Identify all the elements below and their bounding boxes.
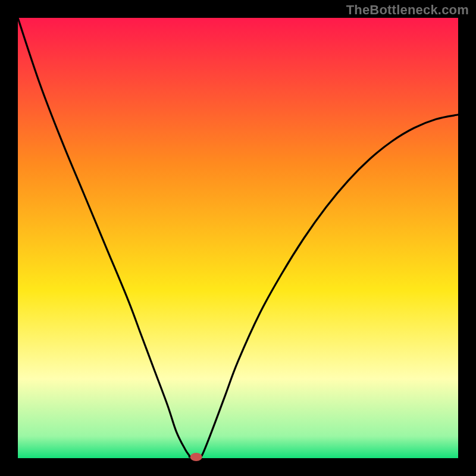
plot-background [18, 18, 458, 458]
watermark-text: TheBottleneck.com [346, 2, 469, 18]
bottleneck-chart [0, 0, 476, 476]
optimum-marker-icon [190, 453, 202, 461]
chart-frame: TheBottleneck.com [0, 0, 476, 476]
